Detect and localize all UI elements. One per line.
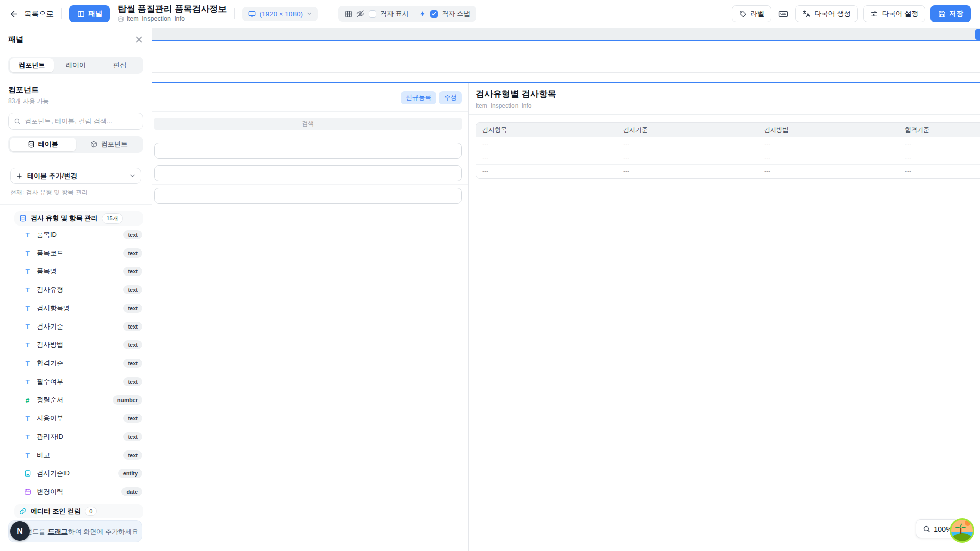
form-field-row[interactable] (152, 185, 468, 207)
i18n-settings-button[interactable]: 다국어 설정 (863, 5, 925, 22)
field-row[interactable]: T 합격기준 text (8, 354, 144, 372)
field-row[interactable]: 검사기준ID entity (8, 464, 144, 483)
design-canvas[interactable]: 신규등록 수정 검색 검사유형별 검사항목 item_inspection_in… (152, 28, 980, 551)
field-row[interactable]: T 품목ID text (8, 226, 144, 244)
back-button[interactable] (9, 9, 19, 19)
column-header[interactable]: 검사항목 (476, 123, 617, 137)
field-row[interactable]: T 검사기준 text (8, 317, 144, 336)
type-badge: text (123, 267, 142, 276)
table-row[interactable]: --- --- --- --- (476, 151, 980, 164)
table-section-header[interactable]: 검사 유형 및 항목 관리 15개 (14, 211, 143, 226)
grid-snap-checkbox[interactable] (430, 10, 438, 18)
form-field-row[interactable] (152, 162, 468, 185)
header-block[interactable] (152, 41, 980, 73)
entity-type-icon (23, 470, 31, 477)
type-badge: text (123, 248, 142, 258)
text-type-icon: T (23, 341, 31, 349)
i18n-generate-button[interactable]: 다국어 생성 (795, 5, 857, 22)
grid-show-checkbox[interactable] (369, 10, 376, 18)
save-button[interactable]: 저장 (930, 5, 971, 22)
panel-toggle-button[interactable]: 패널 (69, 5, 110, 22)
island-sticker (949, 518, 975, 543)
field-row[interactable]: # 정렬순서 number (8, 391, 144, 409)
column-header[interactable]: 검사기준 (617, 123, 758, 137)
field-row[interactable]: T 품목명 text (8, 262, 144, 281)
save-icon (938, 10, 946, 18)
type-badge: number (113, 395, 142, 405)
add-change-table-dropdown[interactable]: 테이블 추가/변경 (10, 168, 141, 184)
close-icon (135, 35, 143, 44)
field-row[interactable]: T 품목코드 text (8, 244, 144, 262)
page-frame[interactable]: 신규등록 수정 검색 검사유형별 검사항목 item_inspection_in… (152, 40, 980, 551)
join-columns-section-header[interactable]: 에디터 조인 컬럼 0 (14, 504, 143, 518)
table-section-name: 검사 유형 및 항목 관리 (31, 214, 97, 223)
type-badge: text (123, 450, 142, 460)
panel-close-button[interactable] (135, 35, 143, 44)
field-row[interactable]: T 사용여부 text (8, 409, 144, 428)
form-action-row: 신규등록 수정 (152, 83, 468, 112)
spacer-block[interactable] (152, 73, 980, 82)
field-row[interactable]: 변경이력 date (8, 483, 144, 501)
type-badge: text (123, 285, 142, 294)
tab-components[interactable]: 컴포넌트 (10, 58, 54, 72)
form-input[interactable] (154, 143, 462, 159)
grid-section[interactable]: 검사유형별 검사항목 item_inspection_info 검사항목 검사기… (469, 83, 980, 551)
database-icon (118, 16, 124, 22)
viewport-size-select[interactable]: (980 × 551) (242, 7, 317, 21)
calendar-icon (23, 488, 31, 495)
tab-edit[interactable]: 편집 (98, 58, 142, 72)
grid-icon (345, 10, 352, 18)
plus-icon (16, 172, 23, 180)
text-type-icon: T (23, 268, 31, 276)
component-search-input[interactable] (24, 117, 138, 125)
selection-handle[interactable] (975, 29, 980, 40)
panel-title: 패널 (8, 35, 23, 44)
data-table[interactable]: 검사항목 검사기준 검사방법 합격기준 --- --- --- --- --- … (476, 122, 980, 179)
monitor-icon (248, 10, 256, 18)
text-type-icon: T (23, 249, 31, 257)
type-badge: text (123, 377, 142, 386)
field-row[interactable]: T 검사방법 text (8, 336, 144, 354)
text-type-icon: T (23, 323, 31, 331)
source-segmented-control: 테이블 컴포넌트 (8, 136, 143, 153)
sliders-icon (870, 10, 878, 18)
join-section-name: 에디터 조인 컬럼 (31, 507, 81, 516)
edit-button[interactable]: 수정 (439, 91, 462, 104)
text-type-icon: T (23, 433, 31, 441)
field-row[interactable]: T 비고 text (8, 446, 144, 464)
column-header[interactable]: 합격기준 (899, 123, 980, 137)
join-count-badge: 0 (85, 507, 97, 516)
eye-off-icon (356, 10, 364, 18)
text-type-icon: T (23, 305, 31, 312)
form-section[interactable]: 신규등록 수정 검색 (152, 83, 469, 551)
form-input[interactable] (154, 165, 462, 181)
current-table-text: 현재: 검사 유형 및 항목 관리 (10, 188, 141, 197)
chevron-down-icon (306, 11, 312, 17)
form-field-row[interactable] (152, 135, 468, 162)
field-row[interactable]: T 검사유형 text (8, 281, 144, 299)
table-row[interactable]: --- --- --- --- (476, 137, 980, 151)
cursor-avatar: N (10, 521, 30, 541)
segment-tables[interactable]: 테이블 (10, 138, 76, 151)
keyboard-shortcuts-button[interactable] (776, 7, 790, 21)
text-type-icon: T (23, 378, 31, 386)
label-button[interactable]: 라벨 (732, 5, 771, 22)
back-label[interactable]: 목록으로 (24, 9, 54, 19)
segment-components[interactable]: 컴포넌트 (76, 138, 142, 151)
form-search-header[interactable]: 검색 (154, 118, 462, 130)
table-row[interactable]: --- --- --- --- (476, 164, 980, 178)
field-row[interactable]: T 관리자ID text (8, 428, 144, 446)
magnifier-icon (923, 525, 930, 533)
new-register-button[interactable]: 신규등록 (401, 91, 436, 104)
form-input[interactable] (154, 188, 462, 204)
component-search-box[interactable] (8, 113, 143, 130)
field-row[interactable]: T 검사항목명 text (8, 299, 144, 317)
tag-icon (739, 10, 747, 18)
components-available-count: 83개 사용 가능 (8, 97, 143, 106)
table-header-row: 검사항목 검사기준 검사방법 합격기준 (476, 123, 980, 137)
text-type-icon: T (23, 452, 31, 459)
column-header[interactable]: 검사방법 (758, 123, 899, 137)
field-row[interactable]: T 필수여부 text (8, 372, 144, 391)
tab-layers[interactable]: 레이어 (54, 58, 97, 72)
type-badge: date (121, 487, 142, 496)
